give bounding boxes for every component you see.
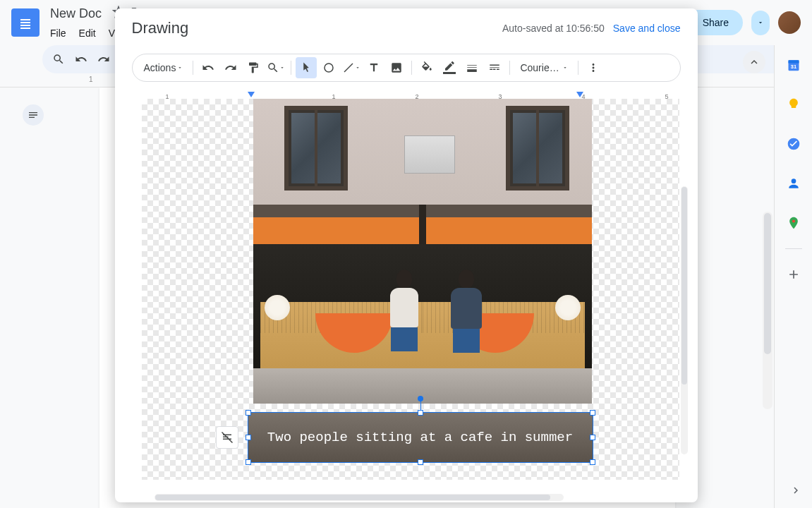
resize-handle-ne[interactable] [590, 410, 595, 416]
person-left [387, 270, 421, 351]
toolbar-separator [193, 61, 193, 75]
person-right [449, 270, 483, 351]
paint-format-icon[interactable] [243, 57, 264, 78]
awning [253, 205, 592, 244]
svg-rect-7 [443, 72, 456, 74]
lamp-right [555, 295, 581, 320]
textbox-tool-icon[interactable] [363, 57, 384, 78]
ac-unit [404, 135, 455, 174]
scrollbar-thumb[interactable] [155, 495, 550, 500]
resize-handle-e[interactable] [590, 435, 595, 440]
modal-header: Drawing Auto-saved at 10:56:50 Save and … [115, 8, 698, 48]
save-and-close-button[interactable]: Save and close [613, 23, 681, 34]
rotate-handle[interactable] [418, 396, 423, 401]
toolbar-separator [411, 61, 412, 75]
text-wrap-button[interactable] [216, 426, 238, 449]
line-tool-icon[interactable] [341, 57, 362, 78]
resize-handle-n[interactable] [418, 410, 423, 416]
svg-point-6 [325, 64, 333, 72]
resize-handle-nw[interactable] [246, 410, 251, 416]
textbox-content[interactable]: Two people sitting at a cafe in summer [267, 428, 573, 447]
canvas-wrapper: 1 1 2 3 4 5 [115, 87, 698, 502]
caption-textbox[interactable]: Two people sitting at a cafe in summer [248, 412, 593, 463]
ruler-indent-left-icon[interactable] [248, 92, 255, 97]
resize-handle-se[interactable] [590, 459, 595, 465]
resize-handle-sw[interactable] [246, 459, 251, 465]
building-wall [253, 99, 592, 212]
actions-menu[interactable]: Actions [138, 57, 189, 78]
drawing-toolbar: Actions [132, 54, 681, 82]
resize-handle-s[interactable] [418, 459, 423, 465]
actions-label: Actions [144, 62, 176, 73]
border-dash-icon[interactable] [484, 57, 505, 78]
fill-color-icon[interactable] [416, 57, 437, 78]
autosave-status: Auto-saved at 10:56:50 [502, 23, 605, 34]
zoom-icon[interactable] [265, 57, 286, 78]
drawing-modal: Drawing Auto-saved at 10:56:50 Save and … [115, 8, 698, 502]
storefront [253, 244, 592, 368]
window-right [506, 106, 569, 190]
lamp-left [265, 295, 290, 320]
drawing-canvas[interactable]: Two people sitting at a cafe in summer [142, 99, 679, 480]
select-tool-icon[interactable] [296, 57, 317, 78]
window-left [284, 106, 348, 190]
shape-tool-icon[interactable] [318, 57, 339, 78]
canvas-vertical-scrollbar[interactable] [681, 186, 688, 454]
border-weight-icon[interactable] [461, 57, 483, 78]
scrollbar-thumb[interactable] [681, 187, 687, 385]
more-icon[interactable] [583, 57, 604, 78]
modal-backdrop: Drawing Auto-saved at 10:56:50 Save and … [0, 0, 812, 508]
canvas-ruler-horizontal[interactable]: 1 1 2 3 4 5 [132, 92, 681, 99]
font-label: Courie… [520, 62, 559, 73]
toolbar-separator [578, 61, 578, 75]
cafe-image[interactable] [253, 99, 592, 404]
border-color-icon[interactable] [439, 57, 460, 78]
table-left [315, 313, 393, 364]
modal-title: Drawing [132, 19, 494, 37]
canvas-horizontal-scrollbar[interactable] [154, 494, 564, 501]
toolbar-separator [509, 61, 510, 75]
image-tool-icon[interactable] [386, 57, 407, 78]
redo-icon[interactable] [220, 57, 241, 78]
font-select[interactable]: Courie… [514, 57, 573, 78]
toolbar-separator [291, 61, 291, 75]
resize-handle-w[interactable] [246, 435, 251, 440]
undo-icon[interactable] [198, 57, 219, 78]
